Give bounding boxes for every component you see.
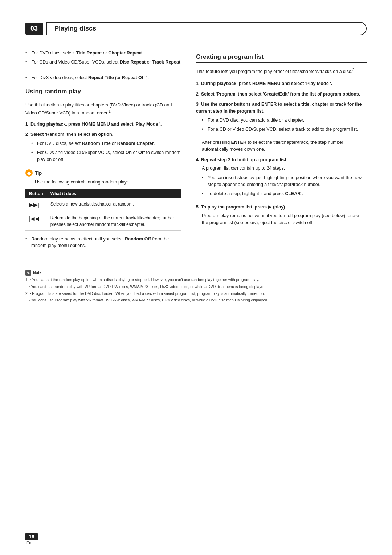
program-step-5: 5 To play the program list, press ▶ (pla… <box>196 204 367 226</box>
footnote-1: 1 <box>109 109 111 113</box>
button-symbol: |◀◀ <box>25 212 47 230</box>
program-step-4-body: A program list can contain up to 24 step… <box>202 165 367 172</box>
list-item: Random play remains in effect until you … <box>25 236 181 250</box>
random-play-intro: Use this function to play titles or chap… <box>25 102 181 117</box>
list-item: To delete a step, highlight it and press… <box>202 190 367 197</box>
program-step-1: 1 During playback, press HOME MENU and s… <box>196 80 367 87</box>
program-step-3: 3 Use the cursor buttons and ENTER to se… <box>196 101 367 153</box>
program-step-5-body: Program play remains active until you tu… <box>202 212 367 226</box>
program-step-3-bullets: For a DVD disc, you can add a title or a… <box>202 117 367 133</box>
random-step-1: 1 During playback, press HOME MENU and s… <box>25 121 181 128</box>
list-item: For DVD discs, select Random Title or Ra… <box>31 140 181 147</box>
note-item: 1 • You can set the random play option w… <box>25 277 367 283</box>
table-row: ▶▶| Selects a new track/title/chapter at… <box>25 198 181 212</box>
note-header: ✎ Note <box>25 270 367 276</box>
list-item: For DVD discs, select Title Repeat or Ch… <box>25 50 181 57</box>
note-label: Note <box>33 270 41 276</box>
program-list-heading: Creating a program list <box>196 53 367 63</box>
col-button: Button <box>25 189 47 198</box>
main-content: For DVD discs, select Title Repeat or Ch… <box>25 50 367 256</box>
button-table: Button What it does ▶▶| Selects a new tr… <box>25 189 181 231</box>
notes-section: ✎ Note 1 • You can set the random play o… <box>25 267 367 303</box>
list-item: For CDs and Video CD/Super VCDs, select … <box>25 59 181 73</box>
list-item: You can insert steps by just highlightin… <box>202 174 367 188</box>
program-step-3-after: After pressing ENTER to select the title… <box>202 139 367 153</box>
random-outro-list: Random play remains in effect until you … <box>25 236 181 250</box>
list-item: For CDs and Video CD/Super VCDs, select … <box>31 149 181 163</box>
random-play-heading: Using random play <box>25 88 181 97</box>
note-icon: ✎ <box>25 270 31 276</box>
button-desc: Returns to the beginning of the current … <box>47 212 181 230</box>
col-what: What it does <box>47 189 181 198</box>
footnote-2: 2 <box>352 68 355 72</box>
table-row: |◀◀ Returns to the beginning of the curr… <box>25 212 181 230</box>
chapter-header: 03 Playing discs <box>25 22 367 35</box>
rewind-icon: |◀◀ <box>29 215 39 222</box>
tip-intro: Use the following controls during random… <box>35 179 181 186</box>
page-number: 16 <box>25 533 38 540</box>
intro-bullet-list: For DVD discs, select Title Repeat or Ch… <box>25 50 181 81</box>
tip-icon: ◆ <box>25 169 33 177</box>
list-item: For DivX video discs, select Repeat Titl… <box>25 74 181 81</box>
random-step-2: 2 Select 'Random' then select an option.… <box>25 131 181 163</box>
program-step-4: 4 Repeat step 3 to build up a program li… <box>196 157 367 197</box>
page: 03 Playing discs For DVD discs, select T… <box>0 0 392 555</box>
list-item: For a DVD disc, you can add a title or a… <box>202 117 367 124</box>
tip-label: Tip <box>35 170 42 176</box>
program-list-intro: This feature lets you program the play o… <box>196 67 367 75</box>
list-item: For a CD or Video CD/Super VCD, select a… <box>202 126 367 133</box>
left-column: For DVD discs, select Title Repeat or Ch… <box>25 50 181 256</box>
note-item: 2 • Program lists are saved for the DVD … <box>25 291 367 297</box>
program-step-2: 2 Select 'Program' then select 'Create/E… <box>196 91 367 98</box>
tip-header: ◆ Tip <box>25 169 181 177</box>
note-item: • You can't use random play with VR form… <box>25 284 367 290</box>
tip-box: ◆ Tip Use the following controls during … <box>25 169 181 230</box>
chapter-title: Playing discs <box>46 22 367 35</box>
chapter-number: 03 <box>25 23 43 35</box>
button-table-head: Button What it does <box>25 189 181 198</box>
button-desc: Selects a new track/title/chapter at ran… <box>47 198 181 212</box>
note-item: • You can't use Program play with VR for… <box>25 297 367 303</box>
right-column: Creating a program list This feature let… <box>196 50 367 256</box>
program-step-4-bullets: You can insert steps by just highlightin… <box>202 174 367 197</box>
page-lang: En <box>26 540 31 545</box>
button-symbol: ▶▶| <box>25 198 47 212</box>
random-step-2-bullets: For DVD discs, select Random Title or Ra… <box>31 140 181 163</box>
button-table-body: ▶▶| Selects a new track/title/chapter at… <box>25 198 181 231</box>
fast-forward-icon: ▶▶| <box>29 202 39 208</box>
